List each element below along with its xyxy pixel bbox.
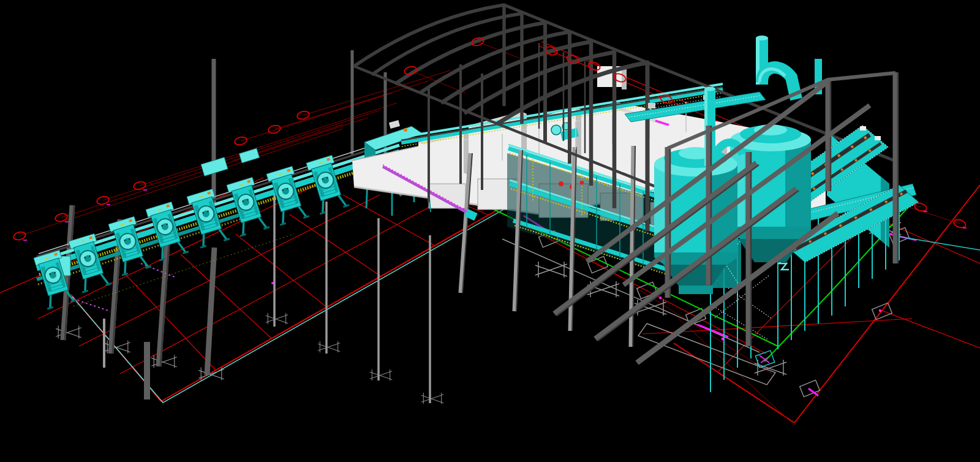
3d-model-viewport[interactable] [0, 0, 980, 462]
plant-model-scene [0, 0, 980, 462]
machine-unit [67, 233, 111, 292]
machine-line [32, 137, 399, 311]
